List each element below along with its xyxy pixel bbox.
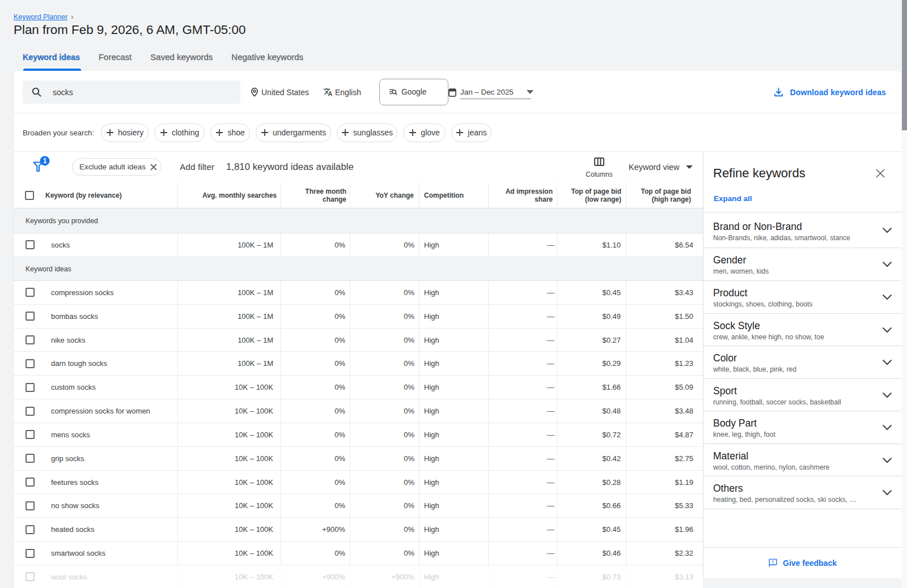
svg-text:1: 1 [43, 157, 47, 165]
